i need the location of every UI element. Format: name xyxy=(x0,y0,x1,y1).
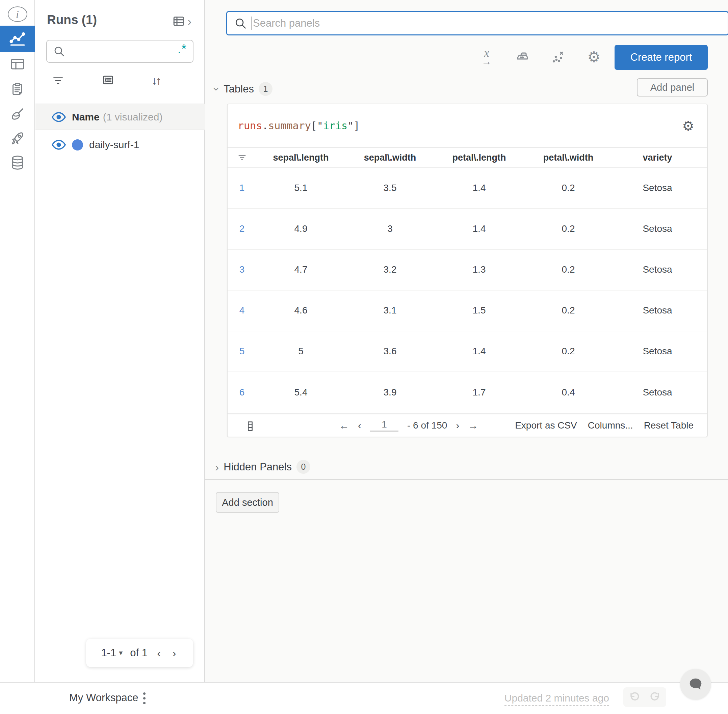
column-header[interactable]: petal\.length xyxy=(435,153,524,163)
row-index-link[interactable]: 2 xyxy=(227,224,256,234)
kebab-menu-icon[interactable] xyxy=(142,691,147,706)
table-row: 65.43.91.70.4Setosa xyxy=(227,372,707,413)
hidden-panels-section-header[interactable]: › Hidden Panels 0 xyxy=(215,460,310,474)
chevron-right-icon[interactable]: › xyxy=(215,461,219,473)
sort-button[interactable]: ↓↑ xyxy=(152,74,160,87)
undo-icon xyxy=(628,691,640,703)
next-page-button[interactable]: › xyxy=(456,420,459,431)
run-row[interactable]: daily-surf-1 xyxy=(35,131,205,159)
sidebar-item-overview[interactable]: i xyxy=(0,2,35,27)
list-icon xyxy=(102,74,114,86)
column-header[interactable]: sepal\.width xyxy=(346,153,435,163)
panel-search-box xyxy=(226,11,728,35)
last-page-button[interactable]: → xyxy=(468,420,478,431)
prev-page-button[interactable]: ‹ xyxy=(155,646,163,660)
search-icon xyxy=(53,45,65,57)
table-cell: 0.2 xyxy=(524,264,613,275)
chat-fab-button[interactable] xyxy=(680,669,711,700)
row-index-link[interactable]: 5 xyxy=(227,346,256,357)
create-report-button[interactable]: Create report xyxy=(615,45,708,70)
table-cell: 3.6 xyxy=(346,346,435,357)
export-csv-button[interactable]: Export as CSV xyxy=(515,420,577,431)
table-row: 15.13.51.40.2Setosa xyxy=(227,168,707,209)
group-button[interactable] xyxy=(102,74,114,88)
run-name[interactable]: daily-surf-1 xyxy=(89,139,139,150)
prev-page-button[interactable]: ‹ xyxy=(358,420,361,431)
add-panel-button[interactable]: Add panel xyxy=(637,78,708,96)
column-header[interactable]: petal\.width xyxy=(524,153,613,163)
runs-table-toggle[interactable]: › xyxy=(172,14,191,28)
page-number-input[interactable]: 1 xyxy=(370,419,399,432)
x-axis-settings-button[interactable]: x → xyxy=(478,47,495,67)
sidebar-item-logs[interactable] xyxy=(0,76,35,102)
table-cell: 3.1 xyxy=(346,305,435,316)
table-cell: Setosa xyxy=(613,264,702,275)
section-title: Tables xyxy=(224,83,254,95)
regex-toggle-icon[interactable]: .* xyxy=(177,45,187,57)
row-height-button[interactable] xyxy=(246,420,254,434)
workspace-name[interactable]: My Workspace xyxy=(69,692,138,704)
table-cell: 5.4 xyxy=(256,387,346,398)
panel-settings-gear-icon[interactable]: ⚙ xyxy=(682,119,694,133)
table-pagination: ← ‹ 1 - 6 of 150 › → xyxy=(339,414,478,436)
page-size-selector[interactable]: 1-1 ▾ xyxy=(101,647,123,659)
database-icon xyxy=(10,154,25,171)
table-cell: 1.4 xyxy=(435,224,524,234)
add-section-button[interactable]: Add section xyxy=(216,492,279,513)
sidebar-item-workspace[interactable] xyxy=(0,26,35,52)
smoothing-button[interactable] xyxy=(514,47,531,67)
run-color-dot[interactable] xyxy=(72,140,83,150)
table-panel-header: runs.summary["iris"] ⚙ xyxy=(227,104,707,148)
undo-button[interactable] xyxy=(623,687,645,707)
first-page-button[interactable]: ← xyxy=(339,420,349,431)
panel-search-input[interactable] xyxy=(253,17,721,29)
next-page-button[interactable]: › xyxy=(170,646,178,660)
redo-button[interactable] xyxy=(645,687,666,707)
outlier-points-icon xyxy=(551,50,566,64)
sidebar-item-launch[interactable] xyxy=(0,126,35,151)
filter-button[interactable] xyxy=(52,74,65,88)
sidebar-item-panels[interactable] xyxy=(0,51,35,77)
eye-icon[interactable] xyxy=(51,110,66,125)
wandb-workspace: i xyxy=(0,0,728,714)
status-bar: My Workspace Updated 2 minutes ago xyxy=(0,682,728,714)
row-index-link[interactable]: 4 xyxy=(227,305,256,316)
settings-button[interactable]: ⚙ xyxy=(586,47,602,67)
row-index-link[interactable]: 1 xyxy=(227,183,256,194)
x-axis-icon: x → xyxy=(481,49,492,66)
sidebar-item-sweeps[interactable] xyxy=(0,101,35,127)
iron-icon xyxy=(515,50,530,64)
sidebar-item-artifacts[interactable] xyxy=(0,150,35,176)
sort-icon: ↓↑ xyxy=(152,74,160,87)
eye-icon[interactable] xyxy=(51,137,66,153)
icon-rail: i xyxy=(0,0,35,682)
runs-search-input[interactable] xyxy=(69,46,177,57)
search-icon xyxy=(234,17,247,30)
runs-name-header: Name (1 visualized) xyxy=(35,104,205,130)
tables-section-header[interactable]: › Tables 1 xyxy=(215,82,272,96)
column-header[interactable]: variety xyxy=(613,153,702,163)
table-header-row: sepal\.lengthsepal\.widthpetal\.lengthpe… xyxy=(227,148,707,168)
chevron-down-icon[interactable]: › xyxy=(211,87,223,91)
table-actions: Export as CSV Columns... Reset Table xyxy=(515,414,693,436)
table-cell: Setosa xyxy=(613,346,702,357)
table-panel: runs.summary["iris"] ⚙ sepal\.lengthsepa… xyxy=(227,104,708,437)
table-cell: 5 xyxy=(256,346,346,357)
section-count-badge: 0 xyxy=(296,460,310,474)
table-cell: 1.5 xyxy=(435,305,524,316)
row-index-link[interactable]: 6 xyxy=(227,387,256,398)
table-cell: 4.9 xyxy=(256,224,346,234)
name-column-label[interactable]: Name xyxy=(72,111,99,123)
gear-icon: ⚙ xyxy=(587,50,600,64)
column-header[interactable]: sepal\.length xyxy=(256,153,346,163)
table-filter-button[interactable] xyxy=(227,152,256,163)
columns-button[interactable]: Columns... xyxy=(588,420,633,431)
redo-icon xyxy=(649,691,662,703)
outliers-button[interactable] xyxy=(550,47,566,67)
runs-pagination: 1-1 ▾ of 1 ‹ › xyxy=(86,639,193,667)
row-index-link[interactable]: 3 xyxy=(227,264,256,275)
section-count-badge: 1 xyxy=(259,82,272,96)
table-row: 34.73.21.30.2Setosa xyxy=(227,250,707,291)
reset-table-button[interactable]: Reset Table xyxy=(644,420,693,431)
table-cell: 0.2 xyxy=(524,305,613,316)
